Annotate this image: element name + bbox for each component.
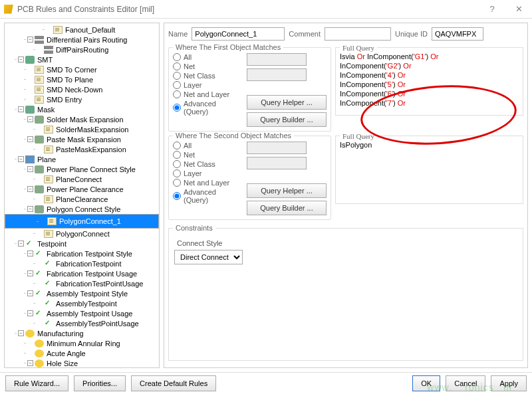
tree-icon bbox=[35, 270, 44, 278]
tree-item[interactable]: ···SMD Entry bbox=[5, 94, 159, 104]
ok-button[interactable]: OK bbox=[412, 375, 440, 391]
tree-item[interactable]: ···−Power Plane Connect Style bbox=[5, 164, 159, 174]
net-dropdown-2[interactable] bbox=[247, 142, 307, 154]
second-object-matcher: Where The Second Object Matches All Net … bbox=[168, 136, 331, 220]
cancel-button[interactable]: Cancel bbox=[446, 375, 485, 391]
tree-item[interactable]: ···Minimum Annular Ring bbox=[5, 338, 159, 348]
tree-label: Plane bbox=[36, 155, 57, 163]
radio-net-class[interactable]: Net Class bbox=[173, 72, 241, 80]
tree-toggle-icon[interactable]: − bbox=[27, 290, 33, 296]
tree-item[interactable]: ···PolygonConnect bbox=[5, 229, 159, 239]
first-full-query[interactable]: Full Query Isvia Or InComponent('G1') Or… bbox=[335, 47, 523, 116]
tree-label: DiffPairsRouting bbox=[55, 46, 110, 54]
tree-item[interactable]: ···−Assembly Testpoint Style bbox=[5, 288, 159, 298]
tree-toggle-icon[interactable]: − bbox=[27, 136, 33, 142]
tree-icon bbox=[25, 155, 35, 163]
tree-item[interactable]: ···−Polygon Connect Style bbox=[5, 204, 159, 214]
name-input[interactable] bbox=[192, 27, 285, 41]
query-helper-button[interactable]: Query Helper ... bbox=[247, 95, 327, 110]
tree-toggle-icon[interactable]: − bbox=[27, 206, 33, 212]
apply-button[interactable]: Apply bbox=[491, 375, 527, 391]
radio-layer[interactable]: Layer bbox=[173, 81, 241, 89]
tree-label: Manufacturing bbox=[36, 330, 85, 338]
tree-item[interactable]: ···FabricationTestPointUsage bbox=[5, 278, 159, 288]
tree-item[interactable]: ···−Plane bbox=[5, 154, 159, 164]
radio-net-and-layer[interactable]: Net and Layer bbox=[173, 179, 241, 187]
radio-net[interactable]: Net bbox=[173, 62, 241, 70]
tree-item[interactable]: ···−Differential Pairs Routing bbox=[5, 35, 159, 45]
second-full-query[interactable]: Full Query IsPolygon bbox=[335, 136, 523, 204]
tree-toggle-icon[interactable]: − bbox=[27, 37, 33, 43]
tree-label: SMD To Corner bbox=[45, 66, 98, 74]
tree-item[interactable]: ···−Power Plane Clearance bbox=[5, 184, 159, 194]
netclass-dropdown-2[interactable] bbox=[247, 157, 307, 169]
tree-item[interactable]: ···−Solder Mask Expansion bbox=[5, 114, 159, 124]
tree-item[interactable]: ···SMD Neck-Down bbox=[5, 84, 159, 94]
rule-wizard-button[interactable]: Rule Wizard... bbox=[5, 375, 68, 391]
tree-item[interactable]: ···−Hole Size bbox=[5, 358, 159, 367]
tree-item[interactable]: ···FabricationTestpoint bbox=[5, 258, 159, 268]
tree-item[interactable]: ···PasteMaskExpansion bbox=[5, 144, 159, 154]
tree-label: PlaneClearance bbox=[55, 195, 109, 203]
tree-toggle-icon[interactable]: − bbox=[18, 330, 24, 336]
tree-toggle-icon[interactable]: − bbox=[27, 360, 33, 366]
connect-style-select[interactable]: Direct Connect bbox=[174, 250, 243, 264]
tree-toggle-icon[interactable]: − bbox=[18, 241, 24, 247]
tree-label: Mask bbox=[36, 106, 56, 114]
tree-toggle-icon[interactable]: − bbox=[18, 156, 24, 162]
tree-label: PlaneConnect bbox=[55, 175, 103, 183]
tree-item[interactable]: ···SolderMaskExpansion bbox=[5, 124, 159, 134]
tree-toggle-icon[interactable]: − bbox=[27, 310, 33, 316]
tree-item[interactable]: ···PlaneClearance bbox=[5, 194, 159, 204]
tree-toggle-icon[interactable]: − bbox=[27, 270, 33, 276]
rules-tree[interactable]: ···Fanout_Default···−Differential Pairs … bbox=[4, 23, 160, 368]
tree-toggle-icon[interactable]: − bbox=[18, 106, 24, 112]
tree-toggle-icon[interactable]: − bbox=[27, 250, 33, 256]
create-default-rules-button[interactable]: Create Default Rules bbox=[131, 375, 216, 391]
tree-toggle-icon[interactable]: − bbox=[18, 56, 24, 62]
tree-item[interactable]: ···−Assembly Testpoint Usage bbox=[5, 308, 159, 318]
radio-all[interactable]: All bbox=[173, 142, 241, 149]
tree-item[interactable]: ···−Manufacturing bbox=[5, 328, 159, 338]
uniqueid-input[interactable] bbox=[432, 27, 483, 41]
tree-toggle-icon[interactable]: − bbox=[27, 186, 33, 192]
comment-input[interactable] bbox=[325, 27, 391, 41]
priorities-button[interactable]: Priorities... bbox=[74, 375, 126, 391]
tree-item[interactable]: ···−Mask bbox=[5, 104, 159, 114]
radio-advanced-query-[interactable]: Advanced (Query) bbox=[173, 188, 241, 204]
tree-toggle-icon[interactable]: − bbox=[27, 116, 33, 122]
radio-all[interactable]: All bbox=[173, 53, 241, 61]
tree-item[interactable]: ···SMD To Plane bbox=[5, 74, 159, 84]
titlebar: PCB Rules and Constraints Editor [mil] ?… bbox=[0, 0, 532, 19]
tree-item[interactable]: ···Fanout_Default bbox=[5, 25, 159, 35]
query-builder-button[interactable]: Query Builder ... bbox=[247, 112, 327, 127]
tree-item[interactable]: ···AssemblyTestPointUsage bbox=[5, 318, 159, 328]
tree-item[interactable]: ···Acute Angle bbox=[5, 348, 159, 358]
tree-toggle-icon[interactable]: − bbox=[27, 166, 33, 172]
tree-item[interactable]: ···DiffPairsRouting bbox=[5, 45, 159, 54]
radio-net-and-layer[interactable]: Net and Layer bbox=[173, 90, 241, 98]
tree-item[interactable]: ···−Fabrication Testpoint Style bbox=[5, 249, 159, 258]
close-button[interactable]: ✕ bbox=[505, 0, 532, 19]
radio-net[interactable]: Net bbox=[173, 151, 241, 159]
tree-item[interactable]: ···−Paste Mask Expansion bbox=[5, 134, 159, 144]
tree-label: AssemblyTestPointUsage bbox=[55, 320, 140, 328]
tree-item[interactable]: ···AssemblyTestpoint bbox=[5, 298, 159, 308]
tree-item[interactable]: ···−Testpoint bbox=[5, 239, 159, 249]
tree-label: FabricationTestpoint bbox=[55, 260, 122, 268]
tree-item[interactable]: ···PolygonConnect_1 bbox=[5, 214, 159, 229]
tree-icon bbox=[44, 300, 53, 308]
query-helper-button-2[interactable]: Query Helper ... bbox=[247, 183, 327, 198]
tree-item[interactable]: ···SMD To Corner bbox=[5, 64, 159, 74]
tree-item[interactable]: ···−Fabrication Testpoint Usage bbox=[5, 268, 159, 278]
netclass-dropdown[interactable] bbox=[247, 68, 307, 81]
query-builder-button-2[interactable]: Query Builder ... bbox=[247, 201, 327, 215]
tree-item[interactable]: ···PlaneConnect bbox=[5, 174, 159, 184]
tree-icon bbox=[25, 56, 35, 64]
radio-advanced-query-[interactable]: Advanced (Query) bbox=[173, 100, 241, 116]
tree-item[interactable]: ···−SMT bbox=[5, 54, 159, 64]
radio-layer[interactable]: Layer bbox=[173, 169, 241, 177]
help-button[interactable]: ? bbox=[479, 0, 505, 19]
radio-net-class[interactable]: Net Class bbox=[173, 160, 241, 168]
net-dropdown[interactable] bbox=[247, 53, 307, 66]
